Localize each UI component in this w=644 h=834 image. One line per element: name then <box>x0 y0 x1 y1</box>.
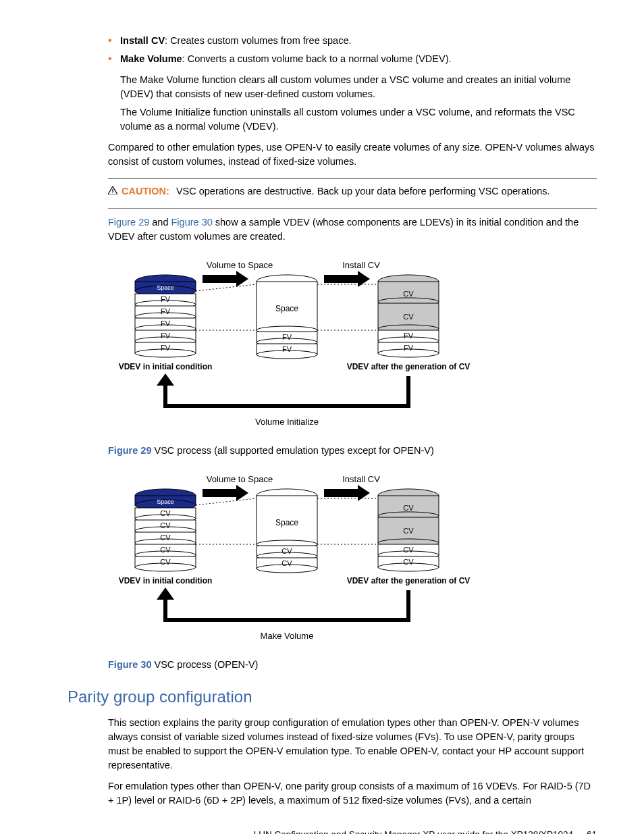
label-space: Space <box>157 284 174 291</box>
cv-label: CV <box>160 546 171 554</box>
fig-text: VSC process (all supported emulation typ… <box>151 445 433 456</box>
cylinder-middle: Space CV CV <box>257 489 317 573</box>
cylinder-right: CV CV FV FV <box>378 275 439 357</box>
para-compare: Compared to other emulation types, use O… <box>108 140 597 169</box>
svg-rect-73 <box>203 489 236 497</box>
label-install-cv: Install CV <box>342 260 380 270</box>
cv-label: CV <box>403 290 414 298</box>
figure-29: Volume to Space Install CV Space FV FV <box>108 257 597 440</box>
fv-label: FV <box>282 345 292 353</box>
cv-label: CV <box>281 547 292 555</box>
label-space: Space <box>157 498 174 505</box>
parity-para-1: This section explains the parity group c… <box>108 716 597 773</box>
cv-label: CV <box>403 504 414 512</box>
figure-29-caption: Figure 29 VSC process (all supported emu… <box>108 444 597 458</box>
svg-line-31 <box>196 284 257 291</box>
divider <box>108 178 597 179</box>
cylinder-middle: Space FV FV <box>257 275 317 359</box>
fv-label: FV <box>161 307 171 315</box>
svg-marker-74 <box>236 485 248 501</box>
label-make-volume: Make Volume <box>261 631 314 641</box>
caption-right: VDEV after the generation of CV <box>347 362 471 371</box>
cylinder-right: CV CV CV CV <box>378 489 439 571</box>
footer-title: LUN Configuration and Security Manager X… <box>254 828 573 834</box>
fig-label: Figure 30 <box>108 659 151 670</box>
cv-label: CV <box>160 509 171 517</box>
caption-left: VDEV in initial condition <box>119 576 213 585</box>
label-install-cv: Install CV <box>342 474 380 484</box>
fv-label: FV <box>161 295 171 303</box>
subpara-make-volume: The Make Volume function clears all cust… <box>120 73 597 101</box>
figure-30: Volume to Space Install CV Space CV CV C… <box>108 471 597 654</box>
bullet-item-make-volume: Make Volume: Converts a custom volume ba… <box>108 52 597 66</box>
cv-label: CV <box>281 559 292 567</box>
figure-30-caption: Figure 30 VSC process (OPEN-V) <box>108 658 597 672</box>
fv-label: FV <box>161 344 171 352</box>
fv-label: FV <box>282 333 292 341</box>
fv-label: FV <box>404 344 414 352</box>
cv-label: CV <box>160 558 171 566</box>
label-volume-to-space: Volume to Space <box>207 474 273 484</box>
label-volume-to-space: Volume to Space <box>207 260 273 270</box>
figure-30-svg: Volume to Space Install CV Space CV CV C… <box>108 471 486 654</box>
desc: : Creates custom volumes from free space… <box>165 35 351 46</box>
parity-para-2: For emulation types other than OPEN-V, o… <box>108 779 597 808</box>
figure-29-svg: Volume to Space Install CV Space FV FV <box>108 257 486 440</box>
fig-text: VSC process (OPEN-V) <box>151 659 258 670</box>
cylinder-left: Space FV FV FV FV <box>135 275 196 357</box>
caution-label: CAUTION: <box>122 184 169 199</box>
fv-label: FV <box>404 332 414 340</box>
figref-29: Figure 29 <box>108 217 149 228</box>
cv-label: CV <box>160 533 171 542</box>
term: Install CV <box>120 35 165 46</box>
svg-marker-77 <box>157 588 174 600</box>
desc: : Converts a custom volume back to a nor… <box>182 53 452 64</box>
caption-left: VDEV in initial condition <box>119 362 213 371</box>
svg-rect-0 <box>112 189 113 192</box>
section-heading-parity: Parity group configuration <box>68 685 597 709</box>
page-footer: LUN Configuration and Security Manager X… <box>74 828 597 834</box>
svg-marker-36 <box>236 271 248 287</box>
fv-label: FV <box>161 319 171 328</box>
footer-page-number: 61 <box>587 828 597 834</box>
divider <box>108 208 597 209</box>
cv-label: CV <box>403 527 414 535</box>
para-fig-intro: Figure 29 and Figure 30 show a sample VD… <box>108 215 597 244</box>
svg-rect-75 <box>324 489 358 497</box>
term: Make Volume <box>120 53 182 64</box>
svg-rect-37 <box>324 275 358 283</box>
caption-right: VDEV after the generation of CV <box>347 576 471 585</box>
cv-label: CV <box>403 558 414 566</box>
cv-label: CV <box>403 546 414 554</box>
text: and <box>149 217 171 228</box>
cv-label: CV <box>160 521 171 529</box>
cv-label: CV <box>403 313 414 321</box>
label-space: Space <box>275 518 298 527</box>
bullet-item-install-cv: Install CV: Creates custom volumes from … <box>108 34 597 48</box>
bullet-list: Install CV: Creates custom volumes from … <box>108 34 597 66</box>
figref-30: Figure 30 <box>171 217 213 228</box>
cylinder-left: Space CV CV CV CV CV <box>135 489 196 571</box>
caution-icon <box>108 186 117 194</box>
svg-marker-39 <box>157 373 174 386</box>
label-volume-initialize: Volume Initialize <box>255 417 319 427</box>
fig-label: Figure 29 <box>108 445 151 456</box>
caution-text: VSC operations are destructive. Back up … <box>176 184 550 199</box>
svg-line-69 <box>196 498 257 505</box>
svg-rect-1 <box>112 192 113 193</box>
subpara-volume-initialize: The Volume Initialize function uninstall… <box>120 105 597 134</box>
fv-label: FV <box>161 332 171 340</box>
caution-block: CAUTION: VSC operations are destructive.… <box>108 184 597 199</box>
label-space: Space <box>275 304 298 313</box>
svg-rect-35 <box>203 275 236 283</box>
